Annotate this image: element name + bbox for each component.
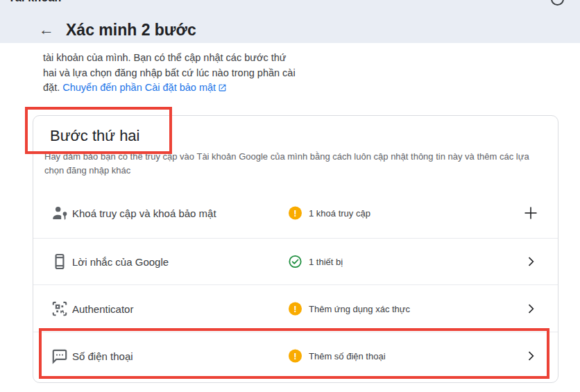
row-status: ! Thêm ứng dụng xác thực bbox=[289, 302, 410, 315]
open-in-new-icon bbox=[218, 82, 227, 97]
help-icon[interactable] bbox=[551, 0, 564, 6]
add-passkey-button[interactable] bbox=[522, 204, 540, 222]
intro-line-3: đặt. Chuyển đến phần Cài đặt bảo mật bbox=[43, 80, 296, 97]
passkey-icon bbox=[50, 203, 69, 223]
row-status: ! 1 khoá truy cập bbox=[289, 207, 370, 220]
page-title: Xác minh 2 bước bbox=[66, 21, 196, 40]
intro-line-1: tài khoản của mình. Bạn có thể cập nhật … bbox=[43, 51, 296, 66]
status-text: Thêm ứng dụng xác thực bbox=[309, 303, 410, 314]
chevron-right-icon[interactable] bbox=[522, 347, 540, 365]
row-label: Số điện thoại bbox=[72, 350, 133, 361]
second-step-card: Bước thứ hai Hãy đảm bảo bạn có thể truy… bbox=[33, 115, 558, 383]
intro-line-3-prefix: đặt. bbox=[43, 82, 62, 93]
warning-badge-icon: ! bbox=[289, 207, 302, 220]
row-google-prompt[interactable]: Lời nhắc của Google 1 thiết bị bbox=[33, 238, 558, 284]
row-authenticator[interactable]: Authenticator ! Thêm ứng dụng xác thực bbox=[33, 284, 558, 332]
row-phone-number[interactable]: Số điện thoại ! Thêm số điện thoại bbox=[33, 332, 558, 379]
sms-icon bbox=[50, 346, 69, 366]
back-arrow-icon[interactable]: ← bbox=[37, 20, 56, 40]
row-label: Lời nhắc của Google bbox=[72, 256, 169, 268]
chevron-right-icon[interactable] bbox=[522, 300, 540, 318]
row-label: Khoá truy cập và khoá bảo mật bbox=[72, 207, 216, 219]
card-title: Bước thứ hai bbox=[50, 127, 140, 145]
security-settings-link[interactable]: Chuyển đến phần Cài đặt bảo mật bbox=[62, 82, 216, 93]
status-text: 1 khoá truy cập bbox=[309, 208, 370, 219]
warning-badge-icon: ! bbox=[289, 349, 302, 362]
intro-line-2: hai và lựa chọn đăng nhập bất cứ lúc nào… bbox=[43, 66, 296, 81]
qr-scanner-icon bbox=[50, 299, 69, 318]
second-step-options-list: Khoá truy cập và khoá bảo mật ! 1 khoá t… bbox=[33, 188, 558, 379]
row-status: ! Thêm số điện thoại bbox=[289, 349, 386, 362]
status-text: Thêm số điện thoại bbox=[309, 350, 386, 361]
status-text: 1 thiết bị bbox=[309, 257, 343, 267]
account-nav-title-clipped: Tài khoản bbox=[8, 0, 61, 4]
ok-badge-icon bbox=[289, 255, 302, 269]
smartphone-icon bbox=[50, 252, 69, 271]
page-header: Tài khoản ← Xác minh 2 bước bbox=[0, 0, 580, 43]
chevron-right-icon[interactable] bbox=[522, 253, 540, 271]
card-description: Hãy đảm bảo bạn có thể truy cập vào Tài … bbox=[44, 150, 541, 178]
warning-badge-icon: ! bbox=[289, 302, 302, 315]
row-label: Authenticator bbox=[72, 302, 133, 314]
two-step-verification-page: Tài khoản ← Xác minh 2 bước tài khoản củ… bbox=[0, 0, 580, 392]
row-status: 1 thiết bị bbox=[289, 255, 343, 269]
intro-paragraph: tài khoản của mình. Bạn có thể cập nhật … bbox=[43, 51, 296, 97]
row-passkeys[interactable]: Khoá truy cập và khoá bảo mật ! 1 khoá t… bbox=[33, 188, 558, 238]
